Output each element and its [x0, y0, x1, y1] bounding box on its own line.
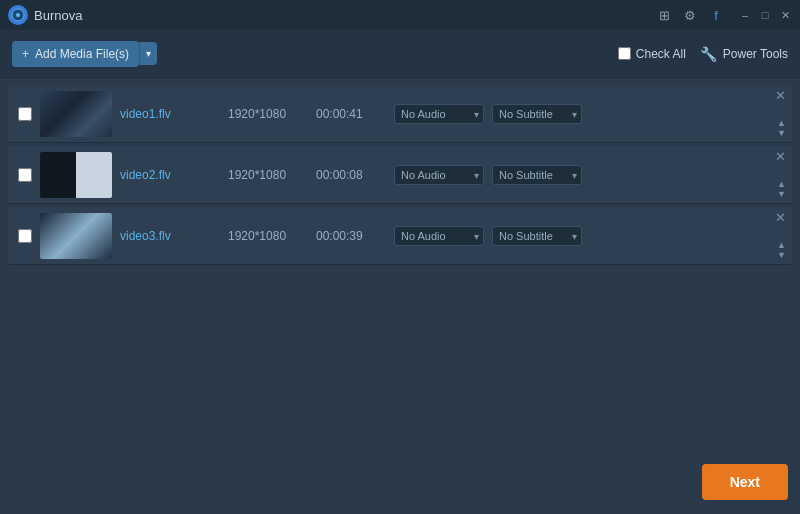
- title-left: Burnova: [8, 5, 82, 25]
- empty-area: [0, 300, 800, 514]
- row-checkbox-0[interactable]: [18, 107, 32, 121]
- file-arrow-up-0[interactable]: ▲: [777, 119, 786, 128]
- file-audio-wrapper-1: No Audio: [394, 165, 484, 185]
- file-arrows-2: ▲ ▼: [777, 241, 786, 260]
- file-arrow-up-1[interactable]: ▲: [777, 180, 786, 189]
- file-subtitle-select-1[interactable]: No Subtitle: [492, 165, 582, 185]
- app-logo: [8, 5, 28, 25]
- file-close-2[interactable]: ✕: [775, 211, 786, 224]
- settings-icon[interactable]: ⚙: [682, 7, 698, 23]
- facebook-icon[interactable]: f: [708, 7, 724, 23]
- file-thumbnail-2: [40, 213, 112, 259]
- file-name-1: video2.flv: [120, 168, 220, 182]
- file-duration-2: 00:00:39: [316, 229, 386, 243]
- file-audio-wrapper-0: No Audio: [394, 104, 484, 124]
- file-close-0[interactable]: ✕: [775, 89, 786, 102]
- add-media-group: + Add Media File(s) ▾: [12, 41, 157, 67]
- file-arrow-down-0[interactable]: ▼: [777, 129, 786, 138]
- file-audio-wrapper-2: No Audio: [394, 226, 484, 246]
- file-icon[interactable]: ⊞: [656, 7, 672, 23]
- window-controls: – □ ✕: [738, 8, 792, 22]
- file-resolution-1: 1920*1080: [228, 168, 308, 182]
- file-subtitle-wrapper-2: No Subtitle: [492, 226, 582, 246]
- file-subtitle-select-2[interactable]: No Subtitle: [492, 226, 582, 246]
- file-row: video3.flv 1920*1080 00:00:39 No Audio N…: [8, 207, 792, 265]
- add-media-button[interactable]: + Add Media File(s): [12, 41, 139, 67]
- maximize-button[interactable]: □: [758, 8, 772, 22]
- file-thumbnail-0: [40, 91, 112, 137]
- row-checkbox-1[interactable]: [18, 168, 32, 182]
- next-button[interactable]: Next: [702, 464, 788, 500]
- file-list: video1.flv 1920*1080 00:00:41 No Audio N…: [0, 78, 800, 300]
- power-tools-button[interactable]: 🔧 Power Tools: [700, 46, 788, 62]
- wrench-icon: 🔧: [700, 46, 717, 62]
- row-checkbox-2[interactable]: [18, 229, 32, 243]
- add-media-dropdown-button[interactable]: ▾: [139, 42, 157, 65]
- file-arrow-down-2[interactable]: ▼: [777, 251, 786, 260]
- check-all-checkbox[interactable]: [618, 47, 631, 60]
- file-subtitle-wrapper-1: No Subtitle: [492, 165, 582, 185]
- file-row: video2.flv 1920*1080 00:00:08 No Audio N…: [8, 146, 792, 204]
- file-name-2: video3.flv: [120, 229, 220, 243]
- check-all-text: Check All: [636, 47, 686, 61]
- add-icon: +: [22, 47, 29, 61]
- close-button[interactable]: ✕: [778, 8, 792, 22]
- file-row: video1.flv 1920*1080 00:00:41 No Audio N…: [8, 85, 792, 143]
- app-title: Burnova: [34, 8, 82, 23]
- add-media-label: Add Media File(s): [35, 47, 129, 61]
- file-close-1[interactable]: ✕: [775, 150, 786, 163]
- file-duration-0: 00:00:41: [316, 107, 386, 121]
- title-bar: Burnova ⊞ ⚙ f – □ ✕: [0, 0, 800, 30]
- file-thumbnail-1: [40, 152, 112, 198]
- file-resolution-0: 1920*1080: [228, 107, 308, 121]
- file-duration-1: 00:00:08: [316, 168, 386, 182]
- check-all-label[interactable]: Check All: [618, 47, 686, 61]
- file-resolution-2: 1920*1080: [228, 229, 308, 243]
- file-arrows-0: ▲ ▼: [777, 119, 786, 138]
- power-tools-label: Power Tools: [723, 47, 788, 61]
- file-subtitle-select-0[interactable]: No Subtitle: [492, 104, 582, 124]
- file-audio-select-1[interactable]: No Audio: [394, 165, 484, 185]
- minimize-button[interactable]: –: [738, 8, 752, 22]
- main-content: video1.flv 1920*1080 00:00:41 No Audio N…: [0, 78, 800, 514]
- file-arrows-1: ▲ ▼: [777, 180, 786, 199]
- toolbar-right: Check All 🔧 Power Tools: [618, 46, 788, 62]
- file-audio-select-0[interactable]: No Audio: [394, 104, 484, 124]
- file-name-0: video1.flv: [120, 107, 220, 121]
- file-subtitle-wrapper-0: No Subtitle: [492, 104, 582, 124]
- title-controls: ⊞ ⚙ f – □ ✕: [656, 7, 792, 23]
- toolbar: + Add Media File(s) ▾ Check All 🔧 Power …: [0, 30, 800, 78]
- file-arrow-down-1[interactable]: ▼: [777, 190, 786, 199]
- svg-point-1: [16, 13, 20, 17]
- file-arrow-up-2[interactable]: ▲: [777, 241, 786, 250]
- file-audio-select-2[interactable]: No Audio: [394, 226, 484, 246]
